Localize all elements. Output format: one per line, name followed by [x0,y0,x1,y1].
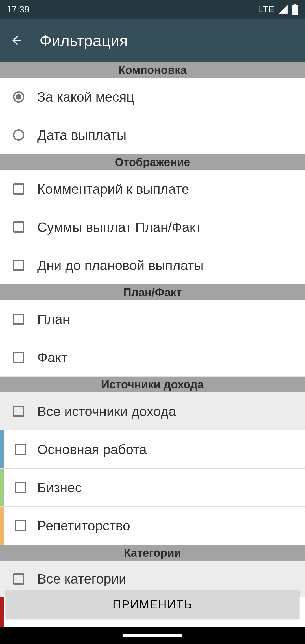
checkbox-icon [15,444,26,455]
row-label: Дни до плановой выплаты [37,258,204,273]
battery-icon [292,4,298,15]
row-pay-date[interactable]: Дата выплаты [0,116,305,154]
status-right: LTE [259,4,298,15]
row-fact[interactable]: Факт [0,338,305,377]
row-label: Бизнес [37,480,82,495]
checkbox-icon [15,482,26,493]
row-label: Комментарий к выплате [37,181,189,197]
signal-icon [278,4,289,15]
row-label: Факт [37,350,67,365]
row-main-job[interactable]: Основная работа [0,430,305,469]
row-tutoring[interactable]: Репетиторство [0,507,305,545]
checkbox-icon [13,573,24,585]
row-all-income[interactable]: Все источники дохода [0,392,305,430]
row-label: Все источники дохода [37,404,176,419]
section-display: Отображение [0,154,305,170]
row-label: План [37,312,70,327]
back-icon[interactable] [10,34,24,47]
row-by-month[interactable]: За какой месяц [0,78,305,116]
section-income: Источники дохода [0,377,305,392]
row-label: Все категории [37,571,126,587]
app-bar: Фильтрация [0,19,305,62]
row-days-until[interactable]: Дни до плановой выплаты [0,246,305,284]
checkbox-icon [13,314,24,325]
checkbox-icon [15,520,26,531]
section-categories: Категории [0,545,305,561]
status-bar: 17:39 LTE [0,0,305,19]
checkbox-icon [13,352,24,363]
android-nav-bar [0,627,305,644]
color-strip [0,430,4,468]
row-comment[interactable]: Комментарий к выплате [0,170,305,208]
row-business[interactable]: Бизнес [0,469,305,507]
content-area: Компоновка За какой месяц Дата выплаты О… [0,62,305,644]
nav-pill-icon[interactable] [123,634,182,637]
row-plan[interactable]: План [0,300,305,338]
status-network: LTE [259,5,274,14]
checkbox-icon [13,406,24,417]
page-title: Фильтрация [40,31,128,50]
checkbox-icon [13,260,24,271]
radio-icon [13,129,24,141]
color-strip [0,507,4,545]
row-label: Основная работа [37,442,147,457]
color-strip [0,469,4,506]
row-label: Суммы выплат План/Факт [37,219,202,235]
section-planfact: План/Факт [0,284,305,300]
row-label: За какой месяц [37,89,134,105]
row-label: Дата выплаты [37,127,127,143]
row-sums[interactable]: Суммы выплат План/Факт [0,208,305,246]
row-label: Репетиторство [37,518,130,534]
radio-icon [13,91,24,103]
status-time: 17:39 [7,4,29,15]
apply-button[interactable]: ПРИМЕНИТЬ [6,590,299,619]
checkbox-icon [13,221,24,233]
section-layout: Компоновка [0,62,305,78]
checkbox-icon [13,183,24,195]
